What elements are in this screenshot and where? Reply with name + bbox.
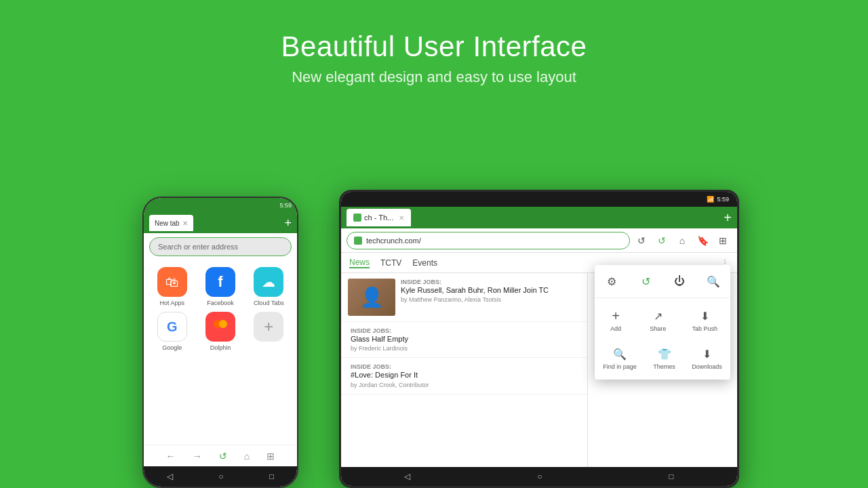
google-icon: G [157,312,187,342]
phone-home-icon[interactable]: ⌂ [244,451,250,462]
menu-top-row: ⚙ ↺ ⏻ 🔍 [595,265,730,298]
main-title: Beautiful User Interface [0,30,868,63]
tablet-tab[interactable]: ch - Th... ✕ [347,209,411,226]
tablet-toolbar: techcrunch.com/ ↺ ↺ ⌂ 🔖 ⊞ [341,228,737,253]
android-back-btn[interactable]: ◁ [167,472,173,481]
article-text-3: Inside Jobs: #Love: Design For It by Jor… [348,363,429,388]
tablet-tab-bar: ch - Th... ✕ + [341,207,737,228]
sub-title: New elegant design and easy to use layou… [0,68,868,86]
downloads-label: Downloads [692,363,722,370]
hotapps-icon: 🛍 [157,267,187,297]
background: Beautiful User Interface New elegant des… [0,0,868,86]
phone-time: 5:59 [279,202,292,209]
phone-tabs-icon[interactable]: ⊞ [267,451,275,462]
toolbar-bookmark-btn[interactable]: 🔖 [694,232,711,249]
phone-app-dolphin[interactable]: Dolphin [199,312,241,351]
toolbar-tabs-btn[interactable]: ⊞ [714,232,732,249]
devices-container: 5:59 New tab ✕ + Search or enter address [129,156,739,488]
menu-add-btn[interactable]: + Add [602,305,629,335]
phone-back-icon[interactable]: ← [166,451,176,462]
tablet-device: 📶 5:59 ch - Th... ✕ + techcrun [339,190,739,488]
menu-search-btn[interactable]: 🔍 [700,270,727,292]
article-category-2: Inside Jobs: [351,327,408,334]
article-category-1: Inside Jobs: [401,279,549,285]
settings-icon: ⚙ [604,273,620,289]
phone-app-cloudtabs[interactable]: ☁ Cloud Tabs [248,267,290,306]
toolbar-home-btn[interactable]: ⌂ [673,232,691,249]
google-label: Google [162,344,182,351]
power-icon: ⏻ [671,273,688,289]
menu-power-btn[interactable]: ⏻ [666,270,693,292]
add-icon: + [608,308,624,324]
article-text-2: Inside Jobs: Glass Half Empty by Frederi… [348,327,408,352]
phone-tab-bar: New tab ✕ + [144,213,297,233]
tablet-home-btn[interactable]: ○ [537,472,542,481]
phone-forward-icon[interactable]: → [193,451,202,462]
article-author-1: by Matthew Panzarino, Alexia Tsotsis [401,296,549,303]
menu-refresh-btn[interactable]: ↺ [632,270,659,292]
menu-find-btn[interactable]: 🔍 Find in page [597,343,642,373]
phone-new-tab-icon[interactable]: + [284,216,292,230]
addr-favicon [354,237,362,245]
themes-label: Themes [653,363,675,370]
themes-icon: 👕 [656,346,673,362]
article-category-3: Inside Jobs: [351,363,429,370]
menu-themes-btn[interactable]: 👕 Themes [648,343,681,373]
toolbar-back-btn[interactable]: ↺ [653,232,671,249]
tablet-status-bar: 📶 5:59 [341,192,737,207]
phone-address-placeholder: Search or enter address [158,243,238,251]
tablet-new-tab-icon[interactable]: + [724,210,732,226]
menu-settings-btn[interactable]: ⚙ [598,270,625,292]
svg-point-1 [219,320,227,328]
phone-app-google[interactable]: G Google [151,312,193,351]
phone-address-bar[interactable]: Search or enter address [149,237,292,256]
cloudtabs-label: Cloud Tabs [254,300,284,306]
phone-tab[interactable]: New tab ✕ [149,215,193,231]
find-label: Find in page [603,363,637,370]
phone-android-bar: ◁ ○ □ [144,466,297,487]
facebook-icon: f [205,267,235,297]
phone-refresh-icon[interactable]: ↺ [219,451,227,462]
article-text-1: Inside Jobs: Kyle Russell, Sarah Buhr, R… [401,279,549,303]
tablet-back-btn[interactable]: ◁ [404,472,410,481]
article-title-3: #Love: Design For It [351,370,429,380]
share-label: Share [650,325,666,332]
tablet-tab-close[interactable]: ✕ [399,214,404,222]
toolbar-refresh-btn[interactable]: ↺ [633,232,650,249]
menu-row-1: + Add ↗ Share ⬇ Tab Push [595,301,730,339]
android-recents-btn[interactable]: □ [269,472,274,481]
android-home-btn[interactable]: ○ [218,472,223,481]
dolphin-icon [205,312,235,342]
menu-share-btn[interactable]: ↗ Share [644,305,671,335]
downloads-icon: ⬇ [699,346,715,362]
phone-app-facebook[interactable]: f Facebook [199,267,241,306]
phone-app-add[interactable]: + [248,312,290,351]
nav-tab-news[interactable]: News [349,258,370,268]
phone-app-hotapps[interactable]: 🛍 Hot Apps [151,267,193,306]
phone-tab-close-icon[interactable]: ✕ [182,220,188,227]
article-item-1: 👤 Inside Jobs: Kyle Russell, Sarah Buhr,… [341,273,587,322]
tablet-android-bar: ◁ ○ □ [341,467,737,486]
tablet-address-bar[interactable]: techcrunch.com/ [347,232,630,249]
nav-tab-tctv[interactable]: TCTV [380,258,401,268]
tab-favicon [353,214,361,222]
menu-tabpush-btn[interactable]: ⬇ Tab Push [686,305,723,335]
facebook-label: Facebook [207,300,234,306]
nav-tab-events[interactable]: Events [412,258,437,268]
tablet-recents-btn[interactable]: □ [669,472,673,481]
cloudtabs-icon: ☁ [254,267,283,297]
hotapps-label: Hot Apps [159,300,184,306]
phone-apps-grid: 🛍 Hot Apps f Facebook ☁ Cloud Tabs G Goo… [144,260,297,358]
phone-status-bar: 5:59 [144,198,297,213]
menu-downloads-btn[interactable]: ⬇ Downloads [686,343,728,373]
header-section: Beautiful User Interface New elegant des… [0,0,868,86]
article-title-1: Kyle Russell, Sarah Buhr, Ron Miller Joi… [401,285,549,295]
phone-nav-bar: ← → ↺ ⌂ ⊞ [144,445,297,466]
find-icon: 🔍 [612,346,628,362]
article-author-2: by Frederic Lardinois [351,345,408,352]
tablet-tab-label: ch - Th... [364,214,393,222]
add-label: Add [610,325,621,332]
article-person-img: 👤 [348,279,395,316]
tablet-time: 5:59 [717,196,729,203]
article-item-3: Inside Jobs: #Love: Design For It by Jor… [341,358,587,394]
